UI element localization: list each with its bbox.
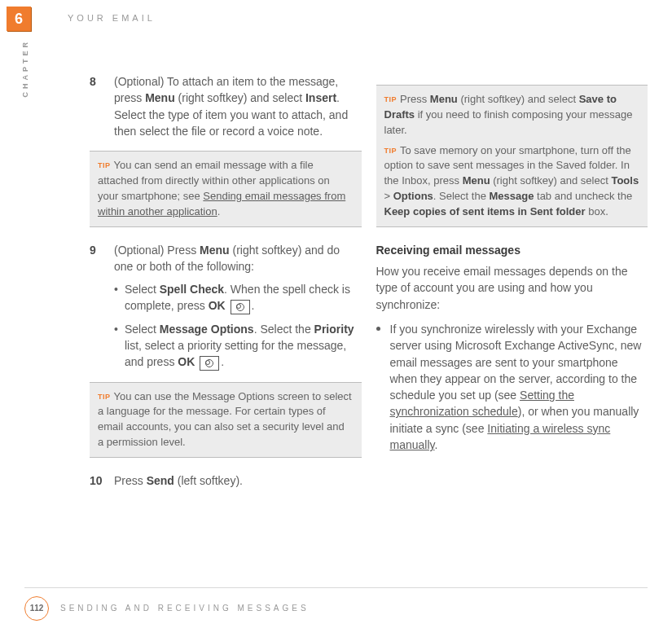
step-9: 9 (Optional) Press Menu (right softkey) …: [90, 242, 362, 371]
heading-receiving-email: Receiving email messages: [376, 242, 648, 258]
right-column: TIPPress Menu (right softkey) and select…: [376, 73, 648, 500]
intro-paragraph: How you receive email messages depends o…: [376, 263, 648, 313]
step-number: 9: [90, 242, 104, 371]
tip-label-icon: TIP: [98, 393, 111, 401]
left-column: 8 (Optional) To attach an item to the me…: [90, 73, 362, 500]
side-chapter-label: CHAPTER: [20, 0, 31, 39]
tip-box-save-drafts: TIPPress Menu (right softkey) and select…: [376, 85, 648, 227]
body: 8 (Optional) To attach an item to the me…: [90, 73, 648, 500]
footer-text: SENDING AND RECEIVING MESSAGES: [60, 603, 310, 615]
substep-spell-check: • Select Spell Check. When the spell che…: [114, 281, 362, 314]
bullet-icon: [376, 327, 380, 331]
bullet-sync-wirelessly: If you synchronize wirelessly with your …: [376, 321, 648, 453]
page-number: 112: [24, 596, 49, 621]
ok-key-icon: [231, 300, 250, 314]
tip-label-icon: TIP: [384, 147, 397, 155]
tip-box-message-options: TIPYou can use the Message Options scree…: [90, 382, 362, 458]
step-body: Press Send (left softkey).: [114, 472, 243, 489]
page: 6 YOUR EMAIL CHAPTER 8 (Optional) To att…: [0, 0, 672, 637]
step-body: (Optional) To attach an item to the mess…: [114, 73, 362, 139]
step-number: 10: [90, 472, 104, 489]
header-label: YOUR EMAIL: [68, 12, 156, 25]
footer: 112 SENDING AND RECEIVING MESSAGES: [24, 587, 648, 621]
tip-label-icon: TIP: [98, 161, 111, 169]
tip-label-icon: TIP: [384, 95, 397, 103]
bullet-icon: •: [114, 321, 118, 371]
bullet-icon: •: [114, 281, 118, 314]
ok-key-icon: [200, 356, 219, 371]
step-body: (Optional) Press Menu (right softkey) an…: [114, 242, 362, 371]
step-8: 8 (Optional) To attach an item to the me…: [90, 73, 362, 139]
step-10: 10 Press Send (left softkey).: [90, 472, 362, 489]
tip-box-attachments: TIPYou can send an email message with a …: [90, 151, 362, 226]
substep-message-options: • Select Message Options. Select the Pri…: [114, 321, 362, 371]
step-number: 8: [90, 73, 104, 139]
